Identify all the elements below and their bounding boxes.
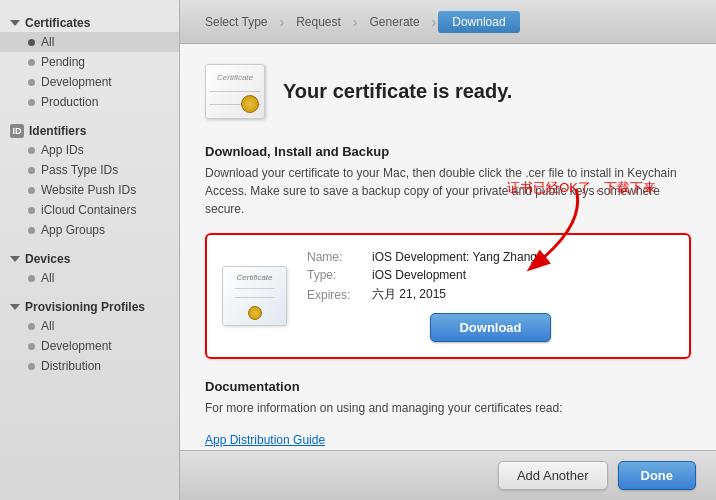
dot-icon [28, 167, 35, 174]
step-bar: Select Type › Request › Generate › Downl… [180, 0, 716, 44]
done-button[interactable]: Done [618, 461, 697, 490]
sidebar-item-all-profiles[interactable]: All [0, 316, 179, 336]
sidebar-item-all-certs[interactable]: All [0, 32, 179, 52]
dot-icon [28, 187, 35, 194]
certificate-icon-large: Certificate ───────── ───────── [205, 64, 265, 119]
install-section-title: Download, Install and Backup [205, 144, 691, 159]
sidebar: Certificates All Pending Development Pro… [0, 0, 180, 500]
identifiers-section-label: Identifiers [29, 124, 86, 138]
sidebar-label: App Groups [41, 223, 105, 237]
dot-icon [28, 99, 35, 106]
sidebar-item-dist-profiles[interactable]: Distribution [0, 356, 179, 376]
devices-section-label: Devices [25, 252, 70, 266]
triangle-icon [10, 20, 20, 26]
certificates-section-label: Certificates [25, 16, 90, 30]
cert-seal-icon [241, 95, 259, 113]
sidebar-section-provisioning[interactable]: Provisioning Profiles [0, 294, 179, 316]
dot-icon [28, 275, 35, 282]
dot-icon [28, 323, 35, 330]
sidebar-item-pass-type-ids[interactable]: Pass Type IDs [0, 160, 179, 180]
sidebar-item-app-ids[interactable]: App IDs [0, 140, 179, 160]
cert-card-icon: Certificate ──────── ──────── [222, 266, 287, 326]
step-generate[interactable]: Generate [360, 11, 430, 33]
doc-title: Documentation [205, 379, 691, 394]
sidebar-item-dev-profiles[interactable]: Development [0, 336, 179, 356]
dot-icon [28, 363, 35, 370]
cert-name-label: Name: [307, 250, 372, 264]
id-icon: ID [10, 124, 24, 138]
install-section-text: Download your certificate to your Mac, t… [205, 164, 691, 218]
cert-card: Certificate ──────── ──────── Name: iOS … [205, 233, 691, 359]
step-arrow-icon: › [353, 14, 358, 30]
sidebar-label: App IDs [41, 143, 84, 157]
sidebar-section-certificates[interactable]: Certificates [0, 10, 179, 32]
sidebar-item-all-devices[interactable]: All [0, 268, 179, 288]
sidebar-label: Pending [41, 55, 85, 69]
dot-icon [28, 59, 35, 66]
cert-expires-label: Expires: [307, 288, 372, 302]
sidebar-item-development[interactable]: Development [0, 72, 179, 92]
dot-icon [28, 227, 35, 234]
provisioning-section-label: Provisioning Profiles [25, 300, 145, 314]
step-request[interactable]: Request [286, 11, 351, 33]
dot-icon [28, 79, 35, 86]
app-container: Certificates All Pending Development Pro… [0, 0, 716, 500]
sidebar-item-pending[interactable]: Pending [0, 52, 179, 72]
app-distribution-guide-link[interactable]: App Distribution Guide [205, 433, 325, 447]
triangle-icon [10, 304, 20, 310]
dot-icon [28, 39, 35, 46]
sidebar-label: Website Push IDs [41, 183, 136, 197]
sidebar-label: All [41, 271, 54, 285]
sidebar-item-production[interactable]: Production [0, 92, 179, 112]
cert-name-field: Name: iOS Development: Yang Zhang [307, 250, 674, 264]
cert-ready-title: Your certificate is ready. [283, 80, 512, 103]
sidebar-label: Distribution [41, 359, 101, 373]
sidebar-item-app-groups[interactable]: App Groups [0, 220, 179, 240]
documentation-section: Documentation For more information on us… [205, 379, 691, 447]
cert-name-value: iOS Development: Yang Zhang [372, 250, 537, 264]
sidebar-item-website-push-ids[interactable]: Website Push IDs [0, 180, 179, 200]
sidebar-label: Production [41, 95, 98, 109]
sidebar-label: Development [41, 75, 112, 89]
sidebar-label: All [41, 35, 54, 49]
doc-text: For more information on using and managi… [205, 399, 691, 417]
dot-icon [28, 343, 35, 350]
sidebar-section-devices[interactable]: Devices [0, 246, 179, 268]
add-another-button[interactable]: Add Another [498, 461, 608, 490]
cert-type-label: Type: [307, 268, 372, 282]
cert-type-field: Type: iOS Development [307, 268, 674, 282]
sidebar-label: iCloud Containers [41, 203, 136, 217]
sidebar-section-identifiers[interactable]: ID Identifiers [0, 118, 179, 140]
step-arrow-icon: › [279, 14, 284, 30]
cert-card-details: Name: iOS Development: Yang Zhang Type: … [307, 250, 674, 342]
dot-icon [28, 207, 35, 214]
main-content: Select Type › Request › Generate › Downl… [180, 0, 716, 500]
cert-type-value: iOS Development [372, 268, 466, 282]
cert-expires-value: 六月 21, 2015 [372, 286, 446, 303]
cert-expires-field: Expires: 六月 21, 2015 [307, 286, 674, 303]
step-select-type[interactable]: Select Type [195, 11, 277, 33]
bottom-bar: Add Another Done [180, 450, 716, 500]
dot-icon [28, 147, 35, 154]
cert-ready-header: Certificate ───────── ───────── Your cer… [205, 64, 691, 119]
step-download[interactable]: Download [438, 11, 519, 33]
sidebar-label: Pass Type IDs [41, 163, 118, 177]
triangle-icon [10, 256, 20, 262]
step-arrow-icon: › [432, 14, 437, 30]
sidebar-item-icloud-containers[interactable]: iCloud Containers [0, 200, 179, 220]
sidebar-label: All [41, 319, 54, 333]
download-button[interactable]: Download [430, 313, 550, 342]
sidebar-label: Development [41, 339, 112, 353]
content-area: Certificate ───────── ───────── Your cer… [180, 44, 716, 450]
